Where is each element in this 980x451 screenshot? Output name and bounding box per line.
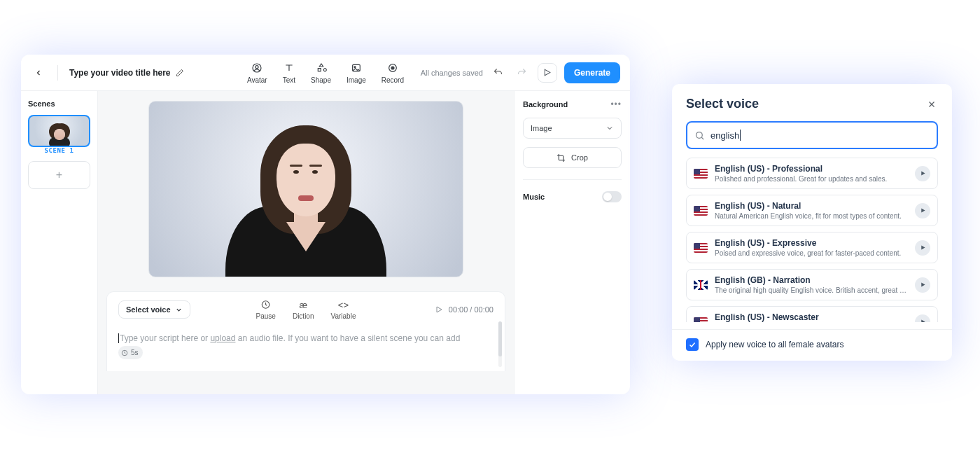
voice-search-input[interactable]: english — [686, 121, 938, 149]
voice-item-texts: English (GB) - Narration The original hi… — [715, 275, 908, 294]
voice-play-button[interactable] — [915, 314, 930, 323]
voice-name: English (US) - Expressive — [715, 238, 908, 248]
redo-button[interactable] — [514, 64, 531, 81]
tool-image-label: Image — [346, 76, 366, 84]
title-placeholder: Type your video title here — [69, 68, 170, 78]
more-menu[interactable]: ••• — [610, 99, 622, 109]
diction-icon: æ — [298, 299, 309, 310]
script-playtime: 00:00 / 00:00 — [435, 305, 493, 314]
music-title: Music — [523, 193, 545, 201]
editor-window: Type your video title here Avatar Text S… — [21, 55, 630, 394]
chevron-down-icon — [175, 306, 183, 314]
title-input[interactable]: Type your video title here — [69, 68, 184, 78]
undo-icon — [493, 67, 503, 78]
music-toggle[interactable] — [602, 191, 622, 202]
script-input[interactable]: Type your script here or upload an audio… — [118, 331, 493, 360]
voice-play-button[interactable] — [915, 203, 930, 218]
play-icon — [920, 282, 926, 288]
header-right: All changes saved Generate — [421, 62, 620, 83]
script-panel: Select voice Pause æ Diction — [106, 291, 505, 371]
silence-pill-value: 5s — [131, 347, 139, 359]
music-section: Music — [523, 191, 622, 202]
pause-button[interactable]: Pause — [256, 299, 276, 320]
flag-us-icon — [694, 243, 708, 253]
add-scene-button[interactable]: + — [28, 161, 90, 189]
avatar-figure[interactable] — [225, 116, 386, 277]
tool-avatar[interactable]: Avatar — [247, 62, 267, 84]
crop-button[interactable]: Crop — [523, 147, 622, 168]
editor-header: Type your video title here Avatar Text S… — [21, 55, 630, 91]
svg-marker-6 — [545, 69, 551, 76]
variable-label: Variable — [330, 312, 356, 320]
svg-line-13 — [701, 137, 704, 139]
voice-item[interactable]: English (US) - Newscaster Newscaster voi… — [686, 306, 938, 322]
voice-panel-header: Select voice — [686, 97, 938, 111]
check-icon — [688, 340, 696, 349]
preview-button[interactable] — [538, 63, 557, 83]
scene-item[interactable]: SCENE 1 — [28, 115, 90, 154]
voice-item[interactable]: English (US) - Expressive Poised and exp… — [686, 232, 938, 263]
apply-all-checkbox[interactable] — [686, 338, 699, 351]
shape-icon — [315, 62, 328, 74]
flag-us-icon — [694, 317, 708, 323]
undo-button[interactable] — [490, 64, 507, 81]
voice-search-value: english — [710, 130, 739, 141]
diction-button[interactable]: æ Diction — [293, 299, 314, 320]
play-icon — [435, 305, 443, 314]
tool-text[interactable]: Text — [283, 62, 295, 84]
voice-play-button[interactable] — [915, 240, 930, 256]
canvas-area: Select voice Pause æ Diction — [98, 91, 514, 394]
scrollbar[interactable] — [498, 321, 502, 367]
apply-all-label: Apply new voice to all female avatars — [706, 340, 844, 349]
tool-shape[interactable]: Shape — [311, 62, 331, 84]
flag-gb-icon — [694, 280, 708, 290]
playtime-label: 00:00 / 00:00 — [449, 305, 493, 314]
close-button[interactable] — [925, 98, 938, 111]
variable-button[interactable]: <> Variable — [330, 299, 356, 320]
close-icon — [927, 100, 936, 109]
clock-icon — [121, 349, 128, 356]
play-small-button[interactable] — [435, 305, 443, 314]
scenes-title: Scenes — [28, 99, 90, 108]
tool-record[interactable]: Record — [382, 62, 404, 84]
back-button[interactable] — [31, 65, 46, 81]
svg-marker-15 — [921, 209, 925, 213]
video-canvas[interactable] — [148, 101, 463, 277]
editor-body: Scenes SCENE 1 + — [21, 91, 630, 394]
background-type-dropdown[interactable]: Image — [523, 118, 622, 139]
generate-button[interactable]: Generate — [564, 62, 620, 83]
svg-marker-14 — [921, 172, 925, 176]
silence-pill[interactable]: 5s — [118, 346, 143, 359]
voice-play-button[interactable] — [915, 277, 930, 293]
play-icon — [920, 244, 926, 251]
svg-marker-8 — [437, 307, 442, 312]
voice-item-texts: English (US) - Expressive Poised and exp… — [715, 238, 908, 257]
svg-point-3 — [354, 66, 356, 67]
flag-us-icon — [694, 206, 708, 216]
image-icon — [350, 62, 363, 74]
script-placeholder-1: Type your script here or — [120, 333, 210, 343]
tool-image[interactable]: Image — [346, 62, 366, 84]
voice-item[interactable]: English (US) - Professional Polished and… — [686, 158, 938, 189]
voice-list[interactable]: English (US) - Professional Polished and… — [686, 158, 938, 322]
voice-desc: Poised and expressive voice, great for f… — [715, 249, 908, 257]
scene-thumbnail[interactable] — [28, 115, 90, 147]
voice-item[interactable]: English (GB) - Narration The original hi… — [686, 269, 938, 300]
script-tools: Pause æ Diction <> Variable — [256, 299, 356, 320]
flag-us-icon — [694, 169, 708, 179]
crop-icon — [556, 153, 566, 162]
play-icon — [920, 319, 926, 322]
voice-item[interactable]: English (US) - Natural Natural American … — [686, 195, 938, 226]
voice-item-texts: English (US) - Professional Polished and… — [715, 164, 908, 183]
tool-text-label: Text — [283, 76, 295, 84]
script-toolbar: Select voice Pause æ Diction — [118, 300, 493, 319]
play-icon — [920, 207, 926, 214]
voice-play-button[interactable] — [915, 166, 930, 181]
svg-marker-17 — [921, 283, 925, 287]
pencil-icon — [176, 69, 184, 77]
svg-point-12 — [696, 132, 703, 138]
voice-item-texts: English (US) - Newscaster Newscaster voi… — [715, 312, 908, 322]
select-voice-dropdown[interactable]: Select voice — [118, 300, 190, 319]
upload-link[interactable]: upload — [210, 333, 235, 343]
text-icon — [283, 62, 295, 74]
